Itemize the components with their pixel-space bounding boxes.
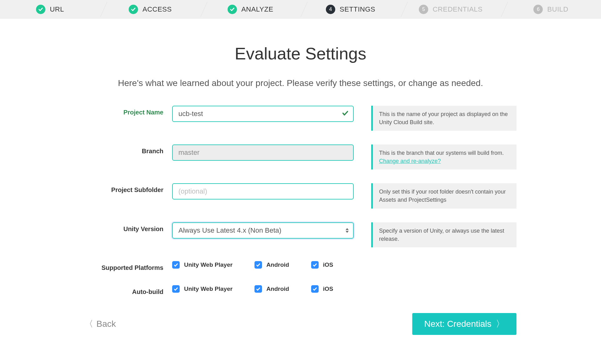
autobuild-uwp-label: Unity Web Player bbox=[184, 286, 233, 292]
checkbox-icon[interactable] bbox=[254, 261, 262, 269]
step-credentials[interactable]: 5 CREDENTIALS bbox=[401, 0, 501, 19]
row-project-name: Project Name This is the name of your pr… bbox=[85, 106, 516, 131]
next-credentials-button[interactable]: Next: Credentials 〉 bbox=[412, 313, 516, 335]
page-subtitle: Here's what we learned about your projec… bbox=[85, 78, 516, 88]
label-supported-platforms: Supported Platforms bbox=[85, 261, 172, 271]
supported-uwp-label: Unity Web Player bbox=[184, 261, 233, 268]
supported-android[interactable]: Android bbox=[254, 261, 289, 269]
checkbox-icon[interactable] bbox=[311, 261, 319, 269]
step-label: SETTINGS bbox=[340, 5, 375, 13]
autobuild-uwp[interactable]: Unity Web Player bbox=[172, 285, 233, 293]
label-project-name: Project Name bbox=[85, 106, 172, 116]
checkbox-icon[interactable] bbox=[172, 285, 180, 293]
project-name-input[interactable] bbox=[172, 106, 354, 122]
supported-ios-label: iOS bbox=[323, 261, 333, 268]
step-settings[interactable]: 4 SETTINGS bbox=[300, 0, 401, 19]
hint-branch-text: This is the branch that our systems will… bbox=[379, 150, 504, 156]
row-autobuild: Auto-build Unity Web Player Android iOS bbox=[85, 285, 516, 296]
branch-input bbox=[172, 144, 354, 161]
autobuild-ios[interactable]: iOS bbox=[311, 285, 333, 293]
step-url[interactable]: URL bbox=[0, 0, 100, 19]
step-analyze[interactable]: ANALYZE bbox=[200, 0, 300, 19]
back-label: Back bbox=[96, 319, 116, 329]
checkbox-icon[interactable] bbox=[311, 285, 319, 293]
page-title: Evaluate Settings bbox=[85, 44, 516, 63]
chevron-left-icon: 〈 bbox=[85, 318, 93, 330]
autobuild-ios-label: iOS bbox=[323, 286, 333, 292]
supported-uwp[interactable]: Unity Web Player bbox=[172, 261, 233, 269]
hint-branch: This is the branch that our systems will… bbox=[371, 144, 516, 169]
step-number: 6 bbox=[533, 5, 543, 14]
back-button[interactable]: 〈 Back bbox=[85, 318, 116, 330]
autobuild-android[interactable]: Android bbox=[254, 285, 289, 293]
unity-version-select[interactable]: Always Use Latest 4.x (Non Beta) bbox=[172, 222, 354, 239]
change-reanalyze-link[interactable]: Change and re-analyze? bbox=[379, 158, 441, 164]
step-label: BUILD bbox=[547, 5, 568, 13]
stepper: URL ACCESS ANALYZE 4 SETTINGS 5 CREDENTI… bbox=[0, 0, 601, 19]
hint-subfolder: Only set this if your root folder doesn'… bbox=[371, 183, 516, 208]
label-autobuild: Auto-build bbox=[85, 285, 172, 296]
check-icon bbox=[228, 5, 237, 14]
step-label: URL bbox=[50, 5, 64, 13]
hint-project-name: This is the name of your project as disp… bbox=[371, 106, 516, 131]
check-icon bbox=[36, 5, 45, 14]
next-label: Next: Credentials bbox=[424, 319, 491, 329]
step-number: 4 bbox=[326, 5, 335, 14]
row-supported-platforms: Supported Platforms Unity Web Player And… bbox=[85, 261, 516, 271]
label-branch: Branch bbox=[85, 144, 172, 155]
step-build[interactable]: 6 BUILD bbox=[501, 0, 601, 19]
step-access[interactable]: ACCESS bbox=[100, 0, 200, 19]
label-subfolder: Project Subfolder bbox=[85, 183, 172, 194]
checkbox-icon[interactable] bbox=[254, 285, 262, 293]
check-icon bbox=[342, 110, 349, 118]
subfolder-input[interactable] bbox=[172, 183, 354, 200]
supported-ios[interactable]: iOS bbox=[311, 261, 333, 269]
row-unity-version: Unity Version Always Use Latest 4.x (Non… bbox=[85, 222, 516, 247]
hint-unity-version: Specify a version of Unity, or always us… bbox=[371, 222, 516, 247]
label-unity-version: Unity Version bbox=[85, 222, 172, 233]
checkbox-icon[interactable] bbox=[172, 261, 180, 269]
supported-android-label: Android bbox=[266, 261, 289, 268]
row-subfolder: Project Subfolder Only set this if your … bbox=[85, 183, 516, 208]
step-label: ANALYZE bbox=[241, 5, 273, 13]
row-branch: Branch This is the branch that our syste… bbox=[85, 144, 516, 169]
chevron-right-icon: 〉 bbox=[496, 318, 505, 330]
step-number: 5 bbox=[419, 5, 428, 14]
step-label: CREDENTIALS bbox=[433, 5, 483, 13]
autobuild-android-label: Android bbox=[266, 286, 289, 292]
step-label: ACCESS bbox=[142, 5, 172, 13]
check-icon bbox=[129, 5, 138, 14]
